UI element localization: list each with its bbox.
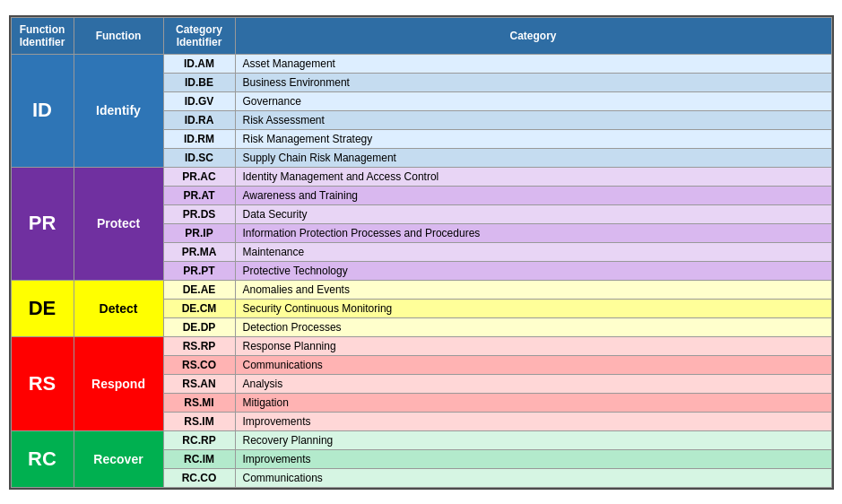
- table-row: PRProtectPR.ACIdentity Management and Ac…: [11, 167, 831, 186]
- nist-csf-table: Function Identifier Function Category Id…: [9, 15, 834, 490]
- category-id-cell: ID.GV: [163, 91, 235, 110]
- category-id-cell: PR.AT: [163, 186, 235, 204]
- table-row: IDIdentifyID.AMAsset Management: [11, 54, 831, 73]
- func-name-pr: Protect: [74, 167, 163, 280]
- category-name-cell: Detection Processes: [235, 317, 831, 336]
- category-id-cell: PR.PT: [163, 261, 235, 280]
- category-name-cell: Information Protection Processes and Pro…: [235, 223, 831, 242]
- category-name-cell: Anomalies and Events: [235, 280, 831, 299]
- category-name-cell: Communications: [235, 355, 831, 374]
- table-row: RSRespondRS.RPResponse Planning: [11, 336, 831, 355]
- category-id-cell: ID.RM: [163, 129, 235, 148]
- header-row: Function Identifier Function Category Id…: [11, 17, 831, 54]
- category-name-cell: Risk Management Strategy: [235, 129, 831, 148]
- func-name-de: Detect: [74, 280, 163, 336]
- category-name-cell: Awareness and Training: [235, 186, 831, 204]
- col-func: Function: [74, 17, 163, 54]
- category-name-cell: Supply Chain Risk Management: [235, 148, 831, 167]
- category-name-cell: Governance: [235, 91, 831, 110]
- category-id-cell: RS.CO: [163, 355, 235, 374]
- category-name-cell: Risk Assessment: [235, 110, 831, 129]
- table-row: RCRecoverRC.RPRecovery Planning: [11, 430, 831, 449]
- func-id-rc: RC: [11, 430, 74, 487]
- col-cat: Category: [235, 17, 831, 54]
- category-id-cell: RC.IM: [163, 449, 235, 468]
- category-name-cell: Maintenance: [235, 242, 831, 261]
- category-id-cell: RS.IM: [163, 412, 235, 430]
- category-id-cell: ID.SC: [163, 148, 235, 167]
- table-row: DEDetectDE.AEAnomalies and Events: [11, 280, 831, 299]
- category-id-cell: DE.CM: [163, 299, 235, 317]
- category-id-cell: RS.AN: [163, 374, 235, 393]
- category-name-cell: Analysis: [235, 374, 831, 393]
- category-name-cell: Communications: [235, 468, 831, 487]
- col-cat-id: Category Identifier: [163, 17, 235, 54]
- category-id-cell: RC.CO: [163, 468, 235, 487]
- category-name-cell: Improvements: [235, 412, 831, 430]
- category-name-cell: Mitigation: [235, 393, 831, 412]
- category-name-cell: Identity Management and Access Control: [235, 167, 831, 186]
- category-name-cell: Data Security: [235, 204, 831, 223]
- category-id-cell: PR.MA: [163, 242, 235, 261]
- func-name-rc: Recover: [74, 430, 163, 487]
- category-name-cell: Asset Management: [235, 54, 831, 73]
- func-id-de: DE: [11, 280, 74, 336]
- category-id-cell: RS.RP: [163, 336, 235, 355]
- func-name-rs: Respond: [74, 336, 163, 430]
- category-name-cell: Security Continuous Monitoring: [235, 299, 831, 317]
- category-id-cell: ID.AM: [163, 54, 235, 73]
- category-name-cell: Business Environment: [235, 73, 831, 91]
- category-id-cell: DE.AE: [163, 280, 235, 299]
- category-name-cell: Improvements: [235, 449, 831, 468]
- category-id-cell: DE.DP: [163, 317, 235, 336]
- col-func-id: Function Identifier: [11, 17, 74, 54]
- func-id-pr: PR: [11, 167, 74, 280]
- category-id-cell: RS.MI: [163, 393, 235, 412]
- category-id-cell: PR.AC: [163, 167, 235, 186]
- category-id-cell: PR.DS: [163, 204, 235, 223]
- category-id-cell: RC.RP: [163, 430, 235, 449]
- func-id-rs: RS: [11, 336, 74, 430]
- category-name-cell: Recovery Planning: [235, 430, 831, 449]
- func-name-id: Identify: [74, 54, 163, 167]
- func-id-id: ID: [11, 54, 74, 167]
- category-name-cell: Response Planning: [235, 336, 831, 355]
- category-id-cell: ID.RA: [163, 110, 235, 129]
- category-name-cell: Protective Technology: [235, 261, 831, 280]
- category-id-cell: PR.IP: [163, 223, 235, 242]
- category-id-cell: ID.BE: [163, 73, 235, 91]
